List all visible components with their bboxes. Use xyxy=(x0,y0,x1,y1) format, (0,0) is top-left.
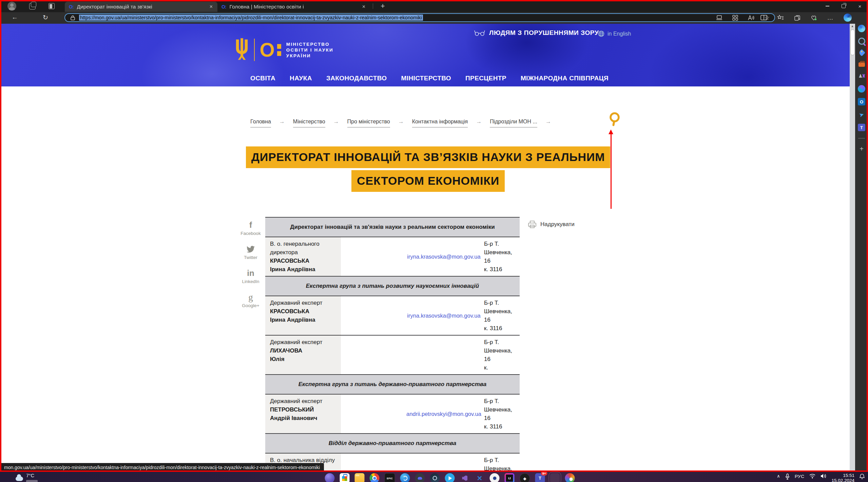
nav-item-0[interactable]: ОСВІТА xyxy=(250,75,275,82)
web-page: ЛЮДЯМ З ПОРУШЕННЯМИ ЗОРУ in English О МІ… xyxy=(0,24,850,471)
tab-directorate[interactable]: О: Директорат інновацій та зв'язкі × xyxy=(65,2,217,12)
close-tab-icon[interactable]: × xyxy=(361,4,367,10)
edge-taskbar-icon[interactable] xyxy=(550,473,560,482)
paint-palette-taskbar-icon[interactable] xyxy=(565,473,575,482)
blue-circle-app-taskbar-icon[interactable] xyxy=(400,473,410,482)
email-link[interactable]: andrii.petrovskyi@mon.gov.ua xyxy=(406,410,481,418)
back-button[interactable]: ← xyxy=(12,14,18,21)
table-row: Державний експертЛИХАЧОВАЮліяБ-р Т.Шевче… xyxy=(265,336,520,375)
breadcrumb-link-1[interactable]: Міністерство xyxy=(293,119,325,127)
email-link[interactable]: oleksandr.tishura@mon.gov.ua xyxy=(405,469,482,471)
nav-item-1[interactable]: НАУКА xyxy=(290,75,312,82)
ministry-logo[interactable]: О МІНІСТЕРСТВО ОСВІТИ І НАУКИ УКРАЇНИ xyxy=(235,37,333,62)
hidden-icons-chevron[interactable]: ∧ xyxy=(777,474,780,479)
close-button[interactable]: × xyxy=(852,0,868,12)
loop-app-taskbar-icon[interactable] xyxy=(325,473,335,482)
wifi-icon[interactable] xyxy=(809,474,815,479)
url-text[interactable]: https://mon.gov.ua/ua/ministerstvo/pro-m… xyxy=(79,15,423,21)
microsoft-store-taskbar-icon[interactable] xyxy=(340,473,350,482)
email-link[interactable]: iryna.krasovska@mon.gov.ua xyxy=(407,312,480,320)
chrome-taskbar-icon[interactable] xyxy=(370,473,380,482)
sidebar-m365-icon[interactable] xyxy=(858,85,865,93)
weather-widget[interactable]: 7°C xyxy=(16,473,38,482)
page-scrollbar[interactable]: ▲ xyxy=(850,24,855,471)
breadcrumb-link-0[interactable]: Головна xyxy=(250,119,271,127)
epic-games-taskbar-icon[interactable]: EPIC xyxy=(385,473,395,482)
browser-essentials-icon[interactable] xyxy=(810,14,817,21)
sidebar-games-icon[interactable]: ♟♜ xyxy=(858,72,865,80)
print-button[interactable]: Надрукувати xyxy=(528,220,575,228)
language-indicator[interactable]: РУС xyxy=(795,474,805,479)
email-cell: andrii.petrovskyi@mon.gov.ua xyxy=(405,395,482,433)
telegram-taskbar-icon[interactable] xyxy=(445,473,455,482)
restore-button[interactable] xyxy=(835,0,852,12)
favorites-list-icon[interactable] xyxy=(777,14,784,21)
clock[interactable]: 15:51 15.02.2024 xyxy=(831,473,854,482)
read-aloud-icon[interactable] xyxy=(748,14,754,21)
new-tab-button[interactable]: + xyxy=(376,2,390,11)
breadcrumb-link-4[interactable]: Підрозділи МОН ... xyxy=(490,119,537,127)
site-search-button[interactable] xyxy=(608,112,621,126)
steam-taskbar-icon[interactable] xyxy=(430,473,440,482)
microphone-icon[interactable] xyxy=(785,474,790,480)
sidebar-outlook-icon[interactable]: O xyxy=(858,98,865,105)
sidebar-copilot-icon[interactable] xyxy=(858,25,865,32)
nav-item-3[interactable]: МІНІСТЕРСТВО xyxy=(401,75,451,82)
nav-item-5[interactable]: МІЖНАРОДНА СПІВПРАЦЯ xyxy=(521,75,609,82)
collections-add-icon[interactable] xyxy=(794,14,801,21)
teams-chat-taskbar-icon[interactable]: T9+ xyxy=(535,473,545,482)
settings-more-icon[interactable]: … xyxy=(827,14,834,21)
minimize-button[interactable] xyxy=(819,0,835,12)
discord-taskbar-icon[interactable] xyxy=(415,473,425,482)
profile-avatar-icon[interactable] xyxy=(7,2,16,11)
workspaces-icon[interactable] xyxy=(29,3,36,9)
copilot-icon[interactable] xyxy=(844,14,852,22)
accessibility-link[interactable]: ЛЮДЯМ З ПОРУШЕННЯМИ ЗОРУ xyxy=(474,29,599,37)
nav-item-2[interactable]: ЗАКОНОДАВСТВО xyxy=(326,75,387,82)
googleplus-icon: g xyxy=(248,293,253,301)
sidebar-search-icon[interactable] xyxy=(858,38,865,45)
blue-x-app-taskbar-icon[interactable]: ✕ xyxy=(475,473,485,482)
tab-home[interactable]: О: Головна | Міністерство освіти і × xyxy=(217,2,370,12)
sidebar-teams-icon[interactable]: T xyxy=(858,124,865,131)
file-explorer-taskbar-icon[interactable] xyxy=(355,473,365,482)
address-line: Шевченка, 16 xyxy=(484,346,520,363)
refresh-button[interactable]: ↻ xyxy=(43,14,48,21)
notifications-bell-icon[interactable] xyxy=(860,474,865,479)
surname-label: КРАСОВСЬКА xyxy=(270,307,337,316)
scrollbar-thumb[interactable] xyxy=(850,29,855,55)
sidebar-toolbox-icon[interactable] xyxy=(859,62,865,67)
logo-o: О xyxy=(260,40,275,60)
intellij-idea-taskbar-icon[interactable]: IJ xyxy=(505,473,515,482)
status-url-tooltip: mon.gov.ua/ua/ministerstvo/pro-ministers… xyxy=(0,463,324,472)
address-bar[interactable]: https://mon.gov.ua/ua/ministerstvo/pro-m… xyxy=(64,13,775,22)
visual-studio-taskbar-icon[interactable] xyxy=(460,473,470,482)
language-switch[interactable]: in English xyxy=(598,31,631,37)
send-to-device-icon[interactable] xyxy=(716,14,722,21)
share-facebook-button[interactable]: fFacebook xyxy=(240,220,261,236)
sidebar-shopping-icon[interactable] xyxy=(858,49,865,56)
white-circle-app-taskbar-icon[interactable] xyxy=(490,473,500,482)
share-twitter-button[interactable]: Twitter xyxy=(244,244,257,260)
ministry-name: МІНІСТЕРСТВО ОСВІТИ І НАУКИ УКРАЇНИ xyxy=(286,41,333,59)
phone-cell xyxy=(368,237,405,276)
volume-icon[interactable] xyxy=(821,474,826,479)
sidebar-add-icon[interactable]: + xyxy=(858,145,865,153)
app-launcher-grid-icon[interactable] xyxy=(732,14,738,21)
nav-item-4[interactable]: ПРЕСЦЕНТР xyxy=(465,75,506,82)
split-screen-icon[interactable] xyxy=(760,14,767,21)
share-linkedin-button[interactable]: inLinkedIn xyxy=(242,268,259,284)
breadcrumb-link-3[interactable]: Контактна інформація xyxy=(412,119,468,127)
tab-actions-icon[interactable] xyxy=(49,3,55,9)
email-link[interactable]: iryna.krasovska@mon.gov.ua xyxy=(407,253,480,261)
sidebar-drop-icon[interactable]: ➤ xyxy=(857,110,866,119)
app-glyph: IJ xyxy=(508,477,511,480)
close-tab-icon[interactable]: × xyxy=(208,4,214,10)
table-title: Директорат інновацій та зв'язків науки з… xyxy=(265,218,520,237)
share-googleplus-button[interactable]: gGoogle+ xyxy=(242,293,259,308)
mon-favicon: О: xyxy=(69,4,74,9)
scrollbar-up-icon[interactable]: ▲ xyxy=(850,24,855,28)
unity-taskbar-icon[interactable]: ◆ xyxy=(520,473,530,482)
start-taskbar-icon[interactable] xyxy=(310,473,320,482)
breadcrumb-link-2[interactable]: Про міністерство xyxy=(347,119,390,127)
